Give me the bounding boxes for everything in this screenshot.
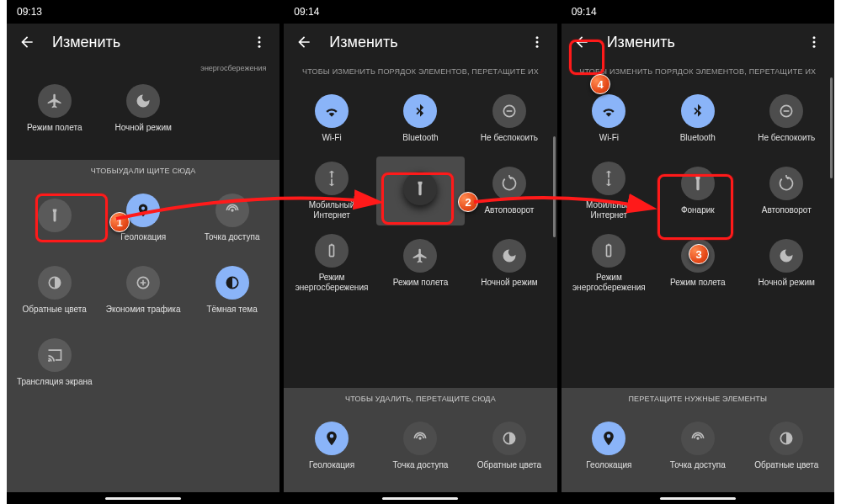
- drop-instruction: ЧТОБЫуДАЛИ ЩИТЕ СЮДА: [7, 160, 279, 178]
- tile-label: Геолокация: [120, 232, 166, 242]
- main-tile-section: ЧТОБЫ ИЗМЕНИТЬ ПОРЯДОК ЭЛЕМЕНТОВ, ПЕРЕТА…: [284, 61, 556, 388]
- clock: 09:14: [572, 6, 597, 18]
- truncated-label: энергосбережения: [7, 61, 279, 72]
- tile-hotspot[interactable]: Точка доступа: [653, 411, 742, 480]
- tile-location[interactable]: Геолокация: [98, 183, 187, 252]
- moon-icon: [769, 239, 803, 273]
- tile-label: Автоповорот: [762, 205, 812, 215]
- tile-label: Обратные цвета: [754, 460, 818, 470]
- tile-flashlight[interactable]: [10, 183, 98, 252]
- tile-label: Режим энергосбережения: [292, 273, 372, 293]
- header-title: Изменить: [607, 34, 789, 51]
- nav-bar[interactable]: [284, 492, 556, 504]
- tile-data[interactable]: Мобильный Интернет: [287, 157, 375, 225]
- hotspot-icon: [403, 422, 437, 455]
- header-title: Изменить: [329, 34, 511, 51]
- removal-section: ЧТОБЫуДАЛИ ЩИТЕ СЮДА Геолокация Точка до…: [7, 160, 279, 492]
- tile-airplane[interactable]: Режим полета: [10, 74, 98, 143]
- tutorial-composite: 09:13 Изменить энергосбережения Режим по…: [7, 0, 834, 504]
- tile-location[interactable]: Геолокация: [565, 411, 653, 480]
- svg-rect-14: [331, 244, 333, 246]
- svg-rect-22: [607, 245, 611, 256]
- tile-dnd[interactable]: Не беспокоить: [465, 84, 553, 153]
- phone-screen-1: 09:13 Изменить энергосбережения Режим по…: [7, 0, 279, 504]
- tile-rotate[interactable]: Автоповорот: [465, 157, 553, 225]
- tile-moon[interactable]: Ночной режим: [465, 229, 553, 298]
- tile-rotate[interactable]: Автоповорот: [743, 157, 831, 225]
- tile-label: Не беспокоить: [758, 133, 815, 143]
- edit-header: Изменить: [284, 24, 556, 61]
- reorder-instruction: ЧТОБЫ ИЗМЕНИТЬ ПОРЯДОК ЭЛЕМЕНТОВ, ПЕРЕТА…: [562, 61, 834, 79]
- tile-wifi[interactable]: Wi-Fi: [287, 84, 375, 153]
- nav-bar[interactable]: [562, 492, 834, 504]
- tile-label: Wi-Fi: [322, 133, 341, 143]
- location-icon: [126, 194, 160, 227]
- cast-icon: [38, 338, 72, 372]
- tile-label: Геолокация: [309, 460, 354, 470]
- tile-wifi[interactable]: Wi-Fi: [565, 84, 653, 153]
- rotate-icon: [492, 167, 526, 200]
- tile-bluetooth[interactable]: Bluetooth: [376, 84, 465, 153]
- drop-instruction: ЧТОБЫ УДАЛИТЬ, ПЕРЕТАЩИТЕ СЮДА: [284, 388, 556, 406]
- svg-rect-12: [507, 110, 513, 112]
- tile-label: Bluetooth: [402, 133, 438, 143]
- scrollbar[interactable]: [553, 136, 556, 237]
- tile-label: Режим энергосбережения: [569, 273, 649, 293]
- tile-label: Автоповорот: [484, 205, 534, 215]
- tile-label: Ночной режим: [758, 278, 815, 288]
- dnd-icon: [769, 94, 803, 128]
- tile-darktheme[interactable]: Тёмная тема: [188, 256, 276, 325]
- tile-invert[interactable]: Обратные цвета: [743, 411, 831, 480]
- svg-point-8: [535, 36, 538, 39]
- battery-icon: [315, 234, 349, 268]
- tile-label: Точка доступа: [205, 232, 260, 242]
- tile-battery[interactable]: Режим энергосбережения: [565, 229, 653, 298]
- svg-point-7: [48, 359, 51, 362]
- reorder-instruction: ЧТОБЫ ИЗМЕНИТЬ ПОРЯДОК ЭЛЕМЕНТОВ, ПЕРЕТА…: [284, 61, 556, 79]
- tile-flashlight[interactable]: [376, 157, 465, 225]
- tile-dnd[interactable]: Не беспокоить: [743, 84, 831, 153]
- dnd-icon: [492, 94, 526, 128]
- statusbar: 09:13: [7, 0, 279, 24]
- svg-point-9: [535, 41, 538, 44]
- tile-battery[interactable]: Режим энергосбережения: [287, 229, 375, 298]
- nav-bar[interactable]: [7, 492, 279, 504]
- more-button[interactable]: [527, 32, 547, 52]
- scrollbar[interactable]: [830, 77, 833, 178]
- more-button[interactable]: [804, 32, 824, 52]
- tile-location[interactable]: Геолокация: [287, 411, 375, 480]
- more-button[interactable]: [249, 32, 269, 52]
- tile-invert[interactable]: Обратные цвета: [465, 411, 553, 480]
- moon-icon: [492, 239, 526, 273]
- tile-data[interactable]: Мобильный Интернет: [565, 157, 653, 225]
- tile-airplane[interactable]: Режим полета: [653, 229, 742, 298]
- wifi-icon: [315, 94, 349, 128]
- tile-label: Фонарик: [681, 205, 715, 215]
- svg-point-0: [258, 36, 261, 39]
- tile-flashlight[interactable]: Фонарик: [653, 157, 742, 225]
- tile-moon[interactable]: Ночной режим: [743, 229, 831, 298]
- back-button[interactable]: [572, 32, 592, 52]
- tile-invert[interactable]: Обратные цвета: [10, 256, 98, 325]
- tile-cast[interactable]: Трансляция экрана: [10, 328, 98, 397]
- back-button[interactable]: [294, 32, 314, 52]
- back-button[interactable]: [17, 32, 37, 52]
- moon-icon: [126, 84, 160, 118]
- tile-bluetooth[interactable]: Bluetooth: [653, 84, 742, 153]
- tile-label: Режим полета: [27, 123, 82, 133]
- tile-label: Мобильный Интернет: [569, 200, 649, 220]
- tile-datasaver[interactable]: Экономия трафика: [98, 256, 187, 325]
- bluetooth-icon: [403, 94, 437, 128]
- tile-hotspot[interactable]: Точка доступа: [188, 183, 276, 252]
- statusbar: 09:14: [562, 0, 834, 24]
- flashlight-icon: [681, 167, 715, 200]
- svg-point-19: [812, 45, 815, 48]
- more-vert-icon: [530, 34, 545, 50]
- tile-airplane[interactable]: Режим полета: [376, 229, 465, 298]
- tile-night[interactable]: Ночной режим: [98, 74, 187, 143]
- tile-label: Точка доступа: [670, 460, 726, 470]
- tile-label: Обратные цвета: [477, 460, 541, 470]
- tile-label: Тёмная тема: [206, 305, 257, 315]
- wifi-icon: [592, 94, 625, 128]
- tile-hotspot[interactable]: Точка доступа: [376, 411, 465, 480]
